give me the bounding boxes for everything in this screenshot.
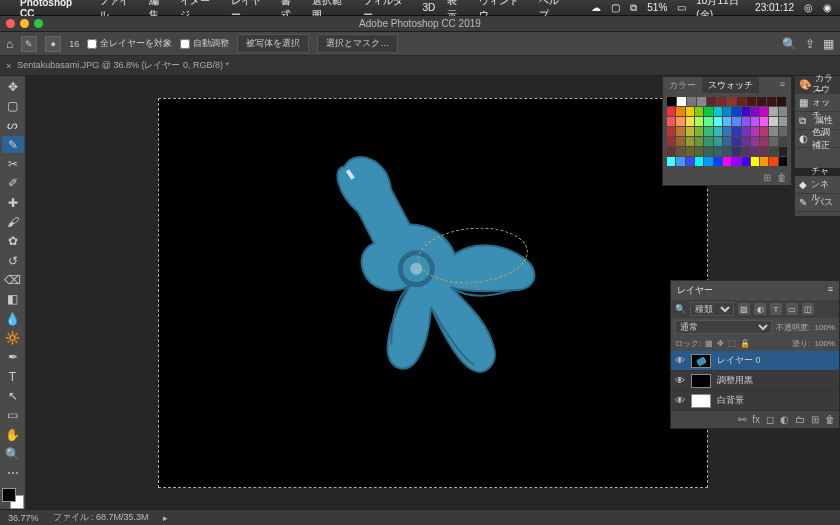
swatch-cell[interactable] [757,97,766,106]
swatch-cell[interactable] [760,157,768,166]
swatch-cell[interactable] [769,117,777,126]
lock-position-icon[interactable]: ✥ [717,339,724,348]
layer-visibility-icon[interactable]: 👁 [675,355,685,366]
swatch-cell[interactable] [676,157,684,166]
panel-tab-channels[interactable]: ◆チャンネル [795,176,840,194]
swatch-cell[interactable] [695,117,703,126]
layer-link-icon[interactable]: ⚯ [738,414,746,425]
swatch-new-icon[interactable]: ⊞ [763,172,771,183]
swatch-cell[interactable] [676,137,684,146]
swatch-cell[interactable] [667,117,675,126]
swatch-cell[interactable] [667,137,675,146]
layer-mask-icon[interactable]: ◻ [766,414,774,425]
swatch-cell[interactable] [714,157,722,166]
document-canvas[interactable] [158,98,708,488]
layer-visibility-icon[interactable]: 👁 [675,395,685,406]
type-tool[interactable]: T [2,368,24,385]
swatch-cell[interactable] [676,117,684,126]
pen-tool[interactable]: ✒ [2,349,24,366]
move-tool[interactable]: ✥ [2,78,24,95]
brush-width-value[interactable]: 16 [69,39,79,49]
swatch-cell[interactable] [667,157,675,166]
swatch-cell[interactable] [704,107,712,116]
eyedropper-tool[interactable]: ✐ [2,175,24,192]
zoom-tool[interactable]: 🔍 [2,445,24,462]
swatch-delete-icon[interactable]: 🗑 [777,172,787,183]
swatch-cell[interactable] [779,107,787,116]
menu-3d[interactable]: 3D [423,2,436,13]
swatch-cell[interactable] [747,97,756,106]
layer-visibility-icon[interactable]: 👁 [675,375,685,386]
swatch-cell[interactable] [676,127,684,136]
panel-tab-swatch[interactable]: ▦スウォッチ [795,94,840,112]
swatch-cell[interactable] [723,137,731,146]
panel-tab-adjustments[interactable]: ◐色調補正 [795,130,840,148]
layer-new-icon[interactable]: ⊞ [811,414,819,425]
swatch-cell[interactable] [751,157,759,166]
healing-tool[interactable]: ✚ [2,194,24,211]
color-wells[interactable] [2,488,24,509]
swatch-cell[interactable] [704,117,712,126]
swatch-cell[interactable] [686,107,694,116]
swatch-cell[interactable] [732,157,740,166]
layer-filter-kind[interactable]: 種類 [690,302,734,316]
layer-row[interactable]: 👁白背景 [671,391,839,411]
layer-group-icon[interactable]: 🗀 [795,414,805,425]
dodge-tool[interactable]: 🔆 [2,329,24,346]
spotlight-icon[interactable]: ◎ [804,2,813,13]
status-zoom[interactable]: 36.77% [8,513,39,523]
airplay-icon[interactable]: ▢ [611,2,620,13]
swatch-cell[interactable] [732,137,740,146]
swatch-cell[interactable] [751,147,759,156]
swatch-cell[interactable] [737,97,746,106]
swatch-cell[interactable] [695,137,703,146]
swatch-cell[interactable] [707,97,716,106]
document-tab-close-icon[interactable]: × [6,61,11,71]
crop-tool[interactable]: ✂ [2,155,24,172]
swatch-cell[interactable] [687,97,696,106]
swatch-cell[interactable] [677,97,686,106]
status-menu-icon[interactable]: ▸ [163,513,168,523]
panel-tab-paths[interactable]: ✎パス [795,194,840,212]
siri-icon[interactable]: ◉ [823,2,832,13]
swatch-cell[interactable] [704,147,712,156]
swatch-cell[interactable] [779,157,787,166]
layer-name[interactable]: 白背景 [717,394,744,407]
lock-pixels-icon[interactable]: ▦ [705,339,713,348]
hand-tool[interactable]: ✋ [2,426,24,443]
swatch-cell[interactable] [686,117,694,126]
swatch-cell[interactable] [714,117,722,126]
swatch-cell[interactable] [727,97,736,106]
lock-artboard-icon[interactable]: ⬚ [728,339,736,348]
swatch-cell[interactable] [717,97,726,106]
swatch-cell[interactable] [732,147,740,156]
swatch-cell[interactable] [732,117,740,126]
swatch-cell[interactable] [686,157,694,166]
swatch-cell[interactable] [751,117,759,126]
sample-all-layers-checkbox[interactable] [87,39,97,49]
swatch-cell[interactable] [769,157,777,166]
eraser-tool[interactable]: ⌫ [2,271,24,288]
swatch-cell[interactable] [751,107,759,116]
swatch-cell[interactable] [760,137,768,146]
select-subject-button[interactable]: 被写体を選択 [237,34,309,53]
minimize-window-icon[interactable] [20,19,29,28]
gradient-tool[interactable]: ◧ [2,291,24,308]
swatch-cell[interactable] [723,107,731,116]
layers-menu-icon[interactable]: ≡ [828,284,833,297]
swatch-cell[interactable] [676,147,684,156]
swatch-cell[interactable] [779,137,787,146]
workspace-menu-icon[interactable]: ▦ [823,37,834,51]
document-tab[interactable]: Sentakubasami.JPG @ 36.8% (レイヤー 0, RGB/8… [17,59,229,72]
swatch-cell[interactable] [751,127,759,136]
fill-value[interactable]: 100% [815,339,835,348]
home-icon[interactable]: ⌂ [6,37,13,51]
swatch-cell[interactable] [723,157,731,166]
swatch-cell[interactable] [769,107,777,116]
layer-fx-icon[interactable]: fx [752,414,760,425]
swatch-cell[interactable] [697,97,706,106]
shape-tool[interactable]: ▭ [2,407,24,424]
layer-filter-smart-icon[interactable]: ◫ [802,303,814,315]
opacity-value[interactable]: 100% [815,323,835,332]
swatch-cell[interactable] [676,107,684,116]
